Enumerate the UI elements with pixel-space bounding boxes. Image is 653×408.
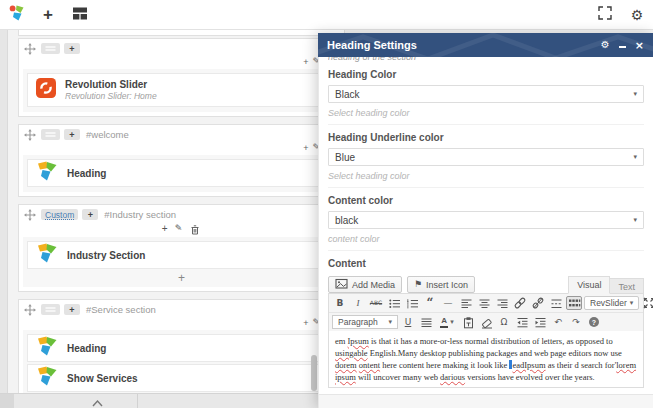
- element-title: Show Services: [67, 373, 138, 384]
- row-add-button[interactable]: +: [82, 209, 98, 220]
- element-card[interactable]: Industry Section: [27, 241, 336, 269]
- row-layout-button[interactable]: [41, 129, 60, 140]
- fullscreen-x-icon[interactable]: [641, 296, 653, 310]
- close-icon[interactable]: ×: [635, 40, 644, 51]
- more-tag-icon[interactable]: [548, 296, 564, 310]
- bottom-bar-left-block: [0, 394, 14, 408]
- justify-icon[interactable]: [418, 315, 434, 329]
- tab-visual[interactable]: Visual: [568, 276, 610, 294]
- text-segment: ontent: [359, 360, 380, 370]
- minimize-icon[interactable]: [619, 40, 626, 51]
- clipped-scrolled-text: heading of the section: [328, 57, 644, 62]
- blockquote-icon[interactable]: “: [422, 296, 438, 310]
- numbered-list-icon[interactable]: [404, 296, 420, 310]
- add-icon[interactable]: +: [303, 318, 308, 328]
- italic-icon[interactable]: I: [350, 296, 366, 310]
- left-scrollbar-thumb[interactable]: [311, 355, 317, 391]
- settings-field: Heading ColorBlack▾Select heading color: [328, 62, 644, 125]
- help-icon[interactable]: ?: [586, 315, 602, 329]
- element-title: Industry Section: [67, 250, 145, 261]
- row-anchor-label: #Service section: [86, 304, 156, 315]
- element-title: Revolution Slider: [65, 79, 157, 90]
- element-card[interactable]: Heading: [27, 334, 336, 362]
- toolbar-toggle-icon[interactable]: [566, 296, 582, 310]
- paragraph-select[interactable]: Paragraph▾: [332, 315, 398, 329]
- add-icon[interactable]: +: [303, 57, 308, 67]
- text-segment: as their d search for': [546, 360, 617, 370]
- add-media-button[interactable]: Add Media: [328, 276, 402, 293]
- text-color-icon[interactable]: A▾: [436, 315, 458, 329]
- column-controls-right: +✎: [19, 142, 344, 153]
- section-row: ++✎Revolution SliderRevolution Slider: H…: [18, 38, 345, 117]
- pencil-icon[interactable]: ✎: [175, 224, 183, 233]
- element-text: Industry Section: [67, 250, 145, 261]
- row-anchor-label: #Industry section: [104, 209, 176, 220]
- drag-handle-icon[interactable]: [23, 209, 37, 221]
- field-select-dropdown[interactable]: Blue▾: [328, 148, 644, 166]
- align-left-icon[interactable]: [458, 296, 474, 310]
- add-element-button[interactable]: +: [32, 0, 64, 30]
- custom-layout-button[interactable]: Custom: [41, 209, 78, 220]
- insert-icon-button[interactable]: ⚑Insert Icon: [407, 276, 475, 293]
- drag-handle-icon[interactable]: [23, 129, 37, 141]
- element-card[interactable]: Show Services: [27, 364, 336, 392]
- column-controls-center: +✎: [19, 222, 344, 235]
- indent-icon[interactable]: [532, 315, 548, 329]
- section-row: +#Service section+✎HeadingShow Services: [18, 299, 345, 402]
- add-icon[interactable]: +: [303, 143, 308, 153]
- tab-text[interactable]: Text: [610, 278, 644, 294]
- element-title: Heading: [67, 168, 106, 179]
- settings-gear-button[interactable]: ⚙: [621, 0, 653, 30]
- drag-handle-icon[interactable]: [23, 43, 37, 55]
- underline-icon[interactable]: U: [400, 315, 416, 329]
- horizontal-rule-icon[interactable]: —: [440, 296, 456, 310]
- row-add-button[interactable]: +: [64, 304, 80, 315]
- add-icon[interactable]: +: [162, 223, 168, 234]
- vc-element-icon: [36, 365, 58, 391]
- gear-icon[interactable]: ⚙: [601, 40, 610, 50]
- trash-icon[interactable]: [189, 223, 201, 235]
- row-anchor-label: #welcome: [86, 129, 129, 140]
- field-select-dropdown[interactable]: black▾: [328, 211, 644, 229]
- text-segment: usingable: [335, 348, 368, 358]
- row-add-button[interactable]: +: [64, 43, 80, 54]
- bold-icon[interactable]: B: [332, 296, 348, 310]
- row-add-button[interactable]: +: [64, 129, 80, 140]
- revslider-dropdown-button[interactable]: RevSlider▾: [584, 296, 639, 310]
- add-element-button[interactable]: +: [26, 271, 337, 284]
- align-center-icon[interactable]: [476, 296, 492, 310]
- element-card[interactable]: Heading: [27, 159, 336, 187]
- element-card[interactable]: Revolution SliderRevolution Slider: Home: [27, 73, 336, 107]
- strikethrough-icon[interactable]: ABC: [368, 296, 384, 310]
- unlink-icon[interactable]: [530, 296, 546, 310]
- link-icon[interactable]: [512, 296, 528, 310]
- chevron-down-icon: ▾: [633, 91, 637, 98]
- text-segment: is that it has a more-or-less normal dis…: [369, 336, 613, 346]
- row-layout-button[interactable]: [41, 304, 60, 315]
- row-header: Custom+#Industry section: [19, 207, 344, 222]
- paste-as-text-icon[interactable]: [460, 315, 476, 329]
- undo-icon[interactable]: ↶: [550, 315, 566, 329]
- element-title: Heading: [67, 343, 106, 354]
- bullet-list-icon[interactable]: [386, 296, 402, 310]
- align-right-icon[interactable]: [494, 296, 510, 310]
- fields-container: Heading ColorBlack▾Select heading colorH…: [328, 62, 644, 251]
- templates-button[interactable]: [64, 0, 96, 30]
- row-layout-button[interactable]: [41, 43, 60, 54]
- fullscreen-button[interactable]: [589, 0, 621, 30]
- drag-handle-icon[interactable]: [23, 304, 37, 316]
- row-header: +: [19, 41, 344, 56]
- element-subtitle: Revolution Slider: Home: [65, 91, 157, 101]
- outdent-icon[interactable]: [514, 315, 530, 329]
- special-character-icon[interactable]: Ω: [496, 315, 512, 329]
- editor-tabs: VisualText: [568, 276, 644, 294]
- text-segment: here content here making it look like: [380, 360, 509, 370]
- clear-formatting-icon[interactable]: [478, 315, 494, 329]
- chevron-up-icon[interactable]: [90, 395, 105, 408]
- editor-content-area[interactable]: em Ipsum is that it has a more-or-less n…: [329, 331, 643, 387]
- field-select-dropdown[interactable]: Black▾: [328, 85, 644, 103]
- revslider-icon: [36, 78, 56, 102]
- chevron-down-icon: ▾: [388, 319, 392, 326]
- redo-icon[interactable]: ↷: [568, 315, 584, 329]
- paragraph-value: Paragraph: [338, 317, 378, 327]
